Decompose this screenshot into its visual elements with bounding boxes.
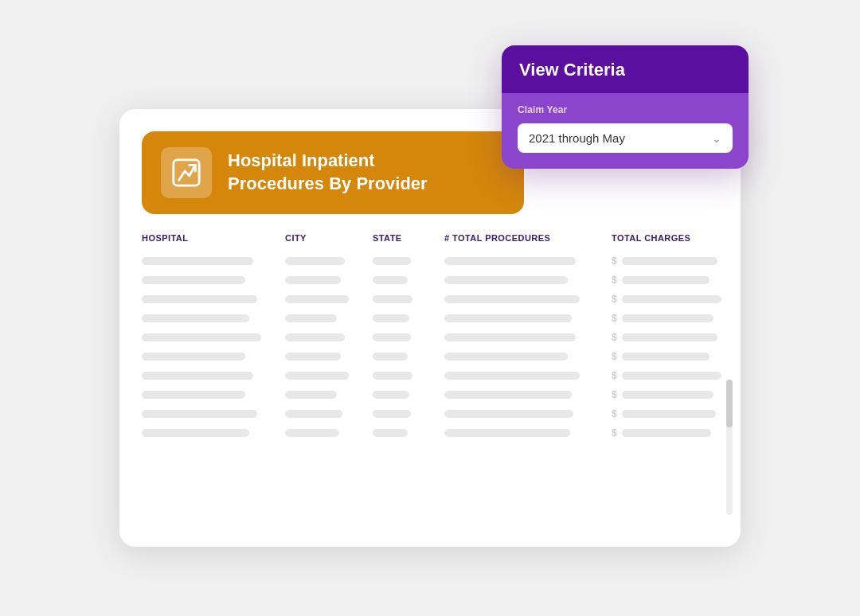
cell-state xyxy=(373,276,444,284)
cell-procedures xyxy=(444,257,612,265)
icon-box xyxy=(161,147,212,198)
cell-state xyxy=(373,333,444,341)
header-banner: Hospital Inpatient Procedures By Provide… xyxy=(142,131,524,214)
dollar-sign-icon: $ xyxy=(612,275,617,286)
cell-state xyxy=(373,353,444,361)
view-criteria-popup: View Criteria Claim Year 2021 through Ma… xyxy=(502,45,749,169)
cell-hospital xyxy=(142,353,285,361)
cell-charges: $ xyxy=(612,332,718,343)
scrollbar-track[interactable] xyxy=(726,380,733,515)
cell-charges: $ xyxy=(612,255,718,267)
popup-body: Claim Year 2021 through May ⌄ xyxy=(502,93,749,169)
cell-hospital xyxy=(142,391,285,399)
col-hospital: HOSPITAL xyxy=(142,233,285,243)
cell-hospital xyxy=(142,295,285,303)
chart-arrow-icon xyxy=(171,158,201,188)
cell-procedures xyxy=(444,295,612,303)
table-row: $ xyxy=(142,370,718,381)
chevron-down-icon: ⌄ xyxy=(712,132,721,145)
cell-hospital xyxy=(142,429,285,437)
cell-state xyxy=(373,257,444,265)
dollar-sign-icon: $ xyxy=(612,255,617,267)
scene: Hospital Inpatient Procedures By Provide… xyxy=(88,45,772,571)
table-row: $ xyxy=(142,332,718,343)
dollar-sign-icon: $ xyxy=(612,408,617,419)
cell-city xyxy=(285,276,373,284)
table-row: $ xyxy=(142,294,718,305)
cell-procedures xyxy=(444,353,612,361)
cell-charges: $ xyxy=(612,275,718,286)
cell-city xyxy=(285,295,373,303)
cell-state xyxy=(373,429,444,437)
cell-charges: $ xyxy=(612,294,721,305)
col-procedures: # TOTAL PROCEDURES xyxy=(444,233,612,243)
col-charges: TOTAL CHARGES xyxy=(612,233,718,243)
dollar-sign-icon: $ xyxy=(612,294,617,305)
dollar-sign-icon: $ xyxy=(612,370,617,381)
cell-city xyxy=(285,391,373,399)
cell-procedures xyxy=(444,391,612,399)
cell-hospital xyxy=(142,410,285,418)
popup-header: View Criteria xyxy=(502,45,749,93)
table-row: $ xyxy=(142,408,718,419)
table-row: $ xyxy=(142,389,718,400)
cell-procedures xyxy=(444,333,612,341)
cell-hospital xyxy=(142,257,285,265)
col-state: STATE xyxy=(373,233,444,243)
cell-procedures xyxy=(444,372,612,380)
cell-state xyxy=(373,410,444,418)
table-area: HOSPITAL CITY STATE # TOTAL PROCEDURES T… xyxy=(119,214,741,454)
cell-charges: $ xyxy=(612,313,718,324)
dollar-sign-icon: $ xyxy=(612,351,617,362)
cell-procedures xyxy=(444,429,612,437)
cell-city xyxy=(285,257,373,265)
cell-state xyxy=(373,314,444,322)
table-row: $ xyxy=(142,313,718,324)
table-row: $ xyxy=(142,275,718,286)
cell-hospital xyxy=(142,333,285,341)
cell-hospital xyxy=(142,276,285,284)
cell-procedures xyxy=(444,314,612,322)
cell-city xyxy=(285,429,373,437)
claim-year-select[interactable]: 2021 through May ⌄ xyxy=(518,123,733,153)
cell-city xyxy=(285,410,373,418)
table-row: $ xyxy=(142,427,718,439)
cell-charges: $ xyxy=(612,427,718,439)
cell-city xyxy=(285,314,373,322)
cell-city xyxy=(285,372,373,380)
table-row: $ xyxy=(142,351,718,362)
table-headers: HOSPITAL CITY STATE # TOTAL PROCEDURES T… xyxy=(142,233,718,243)
report-title: Hospital Inpatient Procedures By Provide… xyxy=(228,150,428,195)
dollar-sign-icon: $ xyxy=(612,427,617,439)
dollar-sign-icon: $ xyxy=(612,332,617,343)
popup-title: View Criteria xyxy=(519,60,731,80)
cell-procedures xyxy=(444,410,612,418)
main-card: Hospital Inpatient Procedures By Provide… xyxy=(119,109,741,547)
cell-city xyxy=(285,333,373,341)
scrollbar-thumb[interactable] xyxy=(726,380,733,427)
cell-hospital xyxy=(142,372,285,380)
cell-state xyxy=(373,295,444,303)
cell-city xyxy=(285,353,373,361)
table-rows: $$$$$$$$$$ xyxy=(142,255,718,439)
table-row: $ xyxy=(142,255,718,267)
cell-hospital xyxy=(142,314,285,322)
cell-charges: $ xyxy=(612,351,718,362)
dollar-sign-icon: $ xyxy=(612,389,617,400)
cell-charges: $ xyxy=(612,408,718,419)
col-city: CITY xyxy=(285,233,373,243)
claim-year-value: 2021 through May xyxy=(529,131,625,145)
cell-procedures xyxy=(444,276,612,284)
cell-charges: $ xyxy=(612,370,721,381)
cell-state xyxy=(373,372,444,380)
dollar-sign-icon: $ xyxy=(612,313,617,324)
claim-year-label: Claim Year xyxy=(518,104,733,115)
cell-state xyxy=(373,391,444,399)
cell-charges: $ xyxy=(612,389,718,400)
